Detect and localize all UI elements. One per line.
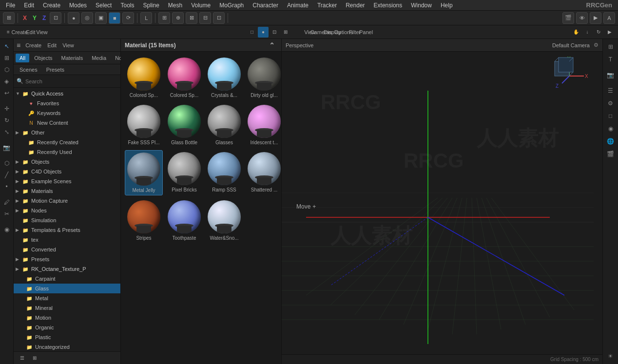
render-view-btn[interactable]: 👁 <box>576 12 588 24</box>
tree-uncategorized[interactable]: 📁 Uncategorized <box>14 342 120 351</box>
menu-volume[interactable]: Volume <box>187 1 214 10</box>
tree-glass[interactable]: 📁 Glass <box>14 284 120 293</box>
tab-materials[interactable]: Materials <box>58 54 87 62</box>
tree-favorites[interactable]: ♥ Favorites <box>14 98 120 108</box>
list-view-btn[interactable]: ☰ <box>17 353 27 364</box>
tree-motion-capture[interactable]: ▶ 📁 Motion Capture <box>14 196 120 206</box>
mat-fakesss[interactable]: Fake SSS Pl... <box>125 103 163 147</box>
vp-filter[interactable]: Filter <box>349 27 360 38</box>
tool-btn2[interactable]: ⊕ <box>172 12 184 24</box>
play-btn[interactable]: ▶ <box>604 27 615 38</box>
tree-recently-used[interactable]: 📁 Recently Used <box>14 147 120 157</box>
transform-btn2[interactable]: ◎ <box>81 12 93 24</box>
mat-dirty[interactable]: Dirty old gl... <box>246 56 281 100</box>
tree-other[interactable]: ▶ 📁 Other <box>14 128 120 137</box>
tree-quick-access[interactable]: ▼ 📁 Quick Access <box>14 89 120 98</box>
snap-btn1[interactable]: L <box>140 12 152 24</box>
asset-create-btn[interactable]: Create <box>23 41 43 49</box>
right-icon-objects[interactable]: ⊞ <box>605 41 617 53</box>
mat-colored-sp2[interactable]: Colored Sp... <box>166 56 203 100</box>
vp-options[interactable]: Options <box>338 27 349 38</box>
menu-character[interactable]: Character <box>249 1 282 10</box>
right-icon-layers[interactable]: ☰ <box>605 85 617 96</box>
refresh-btn[interactable]: ↻ <box>593 27 604 38</box>
tree-tex[interactable]: 📁 tex <box>14 235 120 245</box>
tab-objects[interactable]: Objects <box>30 54 56 62</box>
tree-keywords[interactable]: 🔑 Keywords <box>14 108 120 118</box>
search-input[interactable] <box>25 78 117 84</box>
menu-tracker[interactable]: Tracker <box>313 1 341 10</box>
mat-glassbottle[interactable]: Glass Bottle <box>166 103 203 147</box>
point-icon[interactable]: • <box>1 181 12 192</box>
coord-btn[interactable]: ⊡ <box>50 12 61 24</box>
vp-ctrl4[interactable]: ⊞ <box>280 27 291 38</box>
scale-icon[interactable]: ⤡ <box>1 127 12 137</box>
camera-icon[interactable]: 📷 <box>1 142 12 153</box>
mat-stripes[interactable]: Stripes <box>125 198 163 243</box>
menu-select[interactable]: Select <box>92 1 116 10</box>
edit-btn[interactable]: Edit <box>25 27 36 38</box>
tree-recently-created[interactable]: 📁 Recently Created <box>14 137 120 147</box>
model-tool-icon[interactable]: ⊞ <box>1 53 12 63</box>
menu-animate[interactable]: Animate <box>283 1 312 10</box>
render-btn[interactable]: ▶ <box>590 12 601 24</box>
tree-materials[interactable]: ▶ 📁 Materials <box>14 186 120 196</box>
view-btn[interactable]: View <box>37 27 47 38</box>
rotate-icon[interactable]: ↻ <box>1 115 12 126</box>
mat-metaljelly[interactable]: Metal Jelly <box>125 150 163 195</box>
menu-extensions[interactable]: Extensions <box>370 1 406 10</box>
tool-btn3[interactable]: ⊠ <box>186 12 197 24</box>
right-icon-cube[interactable]: □ <box>605 110 617 122</box>
render-options-btn[interactable]: A <box>603 12 615 24</box>
tree-objects[interactable]: ▶ 📁 Objects <box>14 157 120 167</box>
tree-organic[interactable]: 📁 Organic <box>14 323 120 332</box>
mat-crystals[interactable]: Crystals &... <box>206 56 243 100</box>
tree-metal[interactable]: 📁 Metal <box>14 293 120 303</box>
mat-colored-sp1[interactable]: Colored Sp... <box>125 56 163 100</box>
menu-help[interactable]: Help <box>437 1 457 10</box>
select-tool-icon[interactable]: ↖ <box>1 41 12 52</box>
create-btn[interactable]: Create <box>14 27 25 38</box>
tree-plastic[interactable]: 📁 Plastic <box>14 332 120 342</box>
tab-media[interactable]: Media <box>88 54 110 62</box>
mat-watersnow[interactable]: Water&Sno... <box>206 198 243 243</box>
mat-iridescent[interactable]: Iridescent t... <box>246 103 281 147</box>
sculpt-tool-icon[interactable]: ◈ <box>1 76 12 87</box>
vp-ctrl1[interactable]: □ <box>247 27 257 38</box>
viewport[interactable]: Perspective Default Camera ⚙ <box>282 39 602 364</box>
tree-converted[interactable]: 📁 Converted <box>14 245 120 254</box>
down-btn[interactable]: ↓ <box>582 27 593 38</box>
tree-c4d-objects[interactable]: ▶ 📁 C4D Objects <box>14 167 120 176</box>
tool-btn5[interactable]: ⊡ <box>213 12 225 24</box>
material-icon[interactable]: ◉ <box>1 224 12 235</box>
menu-window[interactable]: Window <box>407 1 436 10</box>
tree-nodes[interactable]: ▶ 📁 Nodes <box>14 206 120 215</box>
right-icon-film[interactable]: 🎬 <box>605 148 617 160</box>
tree-presets[interactable]: ▶ 📁 Presets <box>14 254 120 264</box>
right-icon-globe[interactable]: 🌐 <box>605 135 617 147</box>
tab-presets[interactable]: Presets <box>42 65 68 74</box>
hand-tool[interactable]: ✋ <box>571 27 581 38</box>
render-settings-btn[interactable]: 🎬 <box>562 12 574 24</box>
mat-ramp[interactable]: Ramp SSS <box>206 150 243 195</box>
move-icon[interactable]: ✛ <box>1 103 12 114</box>
asset-edit-btn[interactable]: Edit <box>45 41 58 49</box>
menu-modes[interactable]: Modes <box>65 1 91 10</box>
menu-tools[interactable]: Tools <box>116 1 138 10</box>
viewport-canvas[interactable]: X Y Z Move + RRCG <box>282 52 602 354</box>
tree-new-content[interactable]: N New Content <box>14 118 120 128</box>
tree-simulation[interactable]: 📁 Simulation <box>14 215 120 225</box>
mode-btn[interactable]: ⊞ <box>3 12 15 24</box>
vp-panel[interactable]: Panel <box>361 27 371 38</box>
mat-shattered[interactable]: Shattered ... <box>246 150 281 195</box>
tool-btn1[interactable]: ⊞ <box>158 12 170 24</box>
tree-carpaint[interactable]: 📁 Carpaint <box>14 274 120 284</box>
asset-view-btn[interactable]: View <box>60 41 76 49</box>
tree-motion[interactable]: 📁 Motion <box>14 313 120 323</box>
tree-rk-octane[interactable]: ▶ 📁 RK_Octane_Texture_P <box>14 264 120 274</box>
vp-ctrl3[interactable]: ⊡ <box>269 27 280 38</box>
hamburger-icon[interactable]: ≡ <box>16 41 21 49</box>
menu-create[interactable]: Create <box>39 1 64 10</box>
poly-icon[interactable]: ⬡ <box>1 158 12 169</box>
mat-glasses[interactable]: Glasses <box>206 103 243 147</box>
